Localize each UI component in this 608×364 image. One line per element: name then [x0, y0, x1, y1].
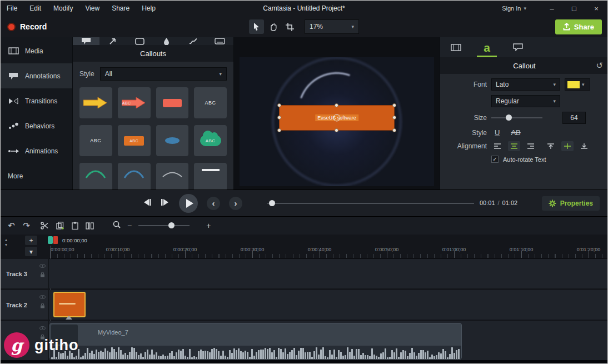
resize-handle[interactable]: [335, 103, 338, 107]
tab-callout-properties[interactable]: [502, 37, 534, 57]
menu-modify[interactable]: Modify: [47, 1, 79, 16]
callout-thumb-orange-arrow[interactable]: ABC: [118, 87, 151, 118]
valign-top-button[interactable]: [545, 141, 557, 151]
selected-callout[interactable]: EaseUS software: [279, 105, 395, 131]
slider-handle[interactable]: [506, 114, 512, 121]
canvas-stage[interactable]: EaseUS software: [240, 57, 434, 186]
tab-keystroke[interactable]: [207, 37, 233, 45]
resize-handle[interactable]: [392, 103, 396, 107]
previous-frame-button[interactable]: [142, 198, 152, 208]
tab-sketch-motion[interactable]: [180, 37, 207, 45]
sidebar-item-more[interactable]: More: [1, 163, 72, 188]
properties-button[interactable]: Properties: [542, 196, 600, 211]
callout-thumb-text-plain[interactable]: ABC: [194, 87, 227, 118]
size-slider[interactable]: [491, 117, 542, 118]
copy-button[interactable]: [52, 219, 67, 232]
undo-button[interactable]: ↶: [4, 219, 19, 232]
callout-thumb-partial-4[interactable]: [194, 163, 227, 190]
jump-back-button[interactable]: ‹: [207, 197, 220, 210]
eye-icon[interactable]: [39, 326, 46, 330]
lock-icon[interactable]: [40, 272, 45, 277]
align-center-button[interactable]: [508, 141, 520, 151]
resize-handle[interactable]: [392, 128, 396, 132]
track-row-1[interactable]: Track 1 MyVideo_7: [1, 321, 607, 361]
collapse-tracks-button[interactable]: ▾: [25, 247, 37, 256]
lock-icon[interactable]: [40, 303, 45, 308]
auto-rotate-checkbox[interactable]: ✓: [491, 156, 499, 163]
tab-arrows[interactable]: [99, 37, 126, 45]
redo-button[interactable]: ↷: [19, 219, 34, 232]
callout-clip[interactable]: [53, 292, 86, 317]
callout-thumb-text-plain-2[interactable]: ABC: [79, 125, 112, 156]
callout-thumb-blue-ellipse[interactable]: [156, 125, 189, 156]
sidebar-item-animations[interactable]: Animations: [1, 138, 72, 163]
align-right-button[interactable]: [525, 141, 537, 151]
underline-button[interactable]: U: [491, 128, 503, 137]
minimize-button[interactable]: –: [541, 1, 563, 16]
share-button[interactable]: Share: [555, 19, 602, 34]
callout-thumb-yellow-arrow[interactable]: [79, 87, 112, 118]
font-select[interactable]: Lato ▾: [491, 78, 560, 91]
tab-callouts[interactable]: [73, 37, 99, 45]
callout-thumb-green-cloud[interactable]: ABC: [194, 125, 227, 156]
sidebar-item-annotations[interactable]: Annotations: [1, 63, 72, 88]
tab-text-properties[interactable]: a: [471, 37, 502, 57]
playback-scrubber[interactable]: [267, 203, 474, 204]
play-button[interactable]: [179, 194, 198, 213]
reset-icon[interactable]: ↺: [596, 61, 603, 71]
record-button[interactable]: Record: [7, 22, 47, 31]
callout-thumb-partial-3[interactable]: [156, 163, 189, 190]
close-button[interactable]: ×: [585, 1, 607, 16]
add-track-button[interactable]: +: [25, 236, 37, 245]
resize-handle[interactable]: [277, 116, 281, 119]
resize-handle[interactable]: [335, 128, 338, 132]
next-frame-button[interactable]: [161, 198, 170, 208]
zoom-out-button[interactable]: −: [127, 221, 132, 230]
align-left-button[interactable]: [491, 141, 504, 151]
paste-button[interactable]: [67, 219, 82, 232]
cut-button[interactable]: [37, 219, 52, 232]
sidebar-item-behaviors[interactable]: Behaviors: [1, 113, 72, 138]
crop-tool-button[interactable]: [282, 19, 297, 34]
canvas-zoom-select[interactable]: 17% ▾: [305, 19, 359, 34]
eye-icon[interactable]: [39, 295, 46, 299]
pan-tool-button[interactable]: [266, 19, 281, 34]
valign-bottom-button[interactable]: [578, 141, 590, 151]
tab-media-properties[interactable]: [440, 37, 471, 57]
callout-thumb-orange-rect[interactable]: ABC: [118, 125, 151, 156]
tab-blur[interactable]: [153, 37, 180, 45]
resize-handle[interactable]: [277, 103, 281, 107]
callout-thumb-partial-2[interactable]: [118, 163, 151, 190]
sidebar-item-media[interactable]: Media: [1, 38, 72, 63]
size-value[interactable]: 64: [562, 112, 586, 124]
menu-view[interactable]: View: [79, 1, 106, 16]
tab-shapes[interactable]: [126, 37, 153, 45]
magnifier-icon[interactable]: [113, 221, 121, 231]
playhead-in-handle[interactable]: [48, 236, 53, 244]
track-row-3[interactable]: Track 3: [1, 259, 607, 288]
sign-in-button[interactable]: Sign In ▾: [502, 5, 526, 12]
eye-icon[interactable]: [39, 264, 46, 268]
track-height-control[interactable]: ▴ ▾: [5, 238, 7, 248]
playhead[interactable]: 0:00:00;00: [48, 236, 87, 244]
timeline-ruler[interactable]: 0:00:00;00 0:00:10;00 0:00:20;00 0:00:30…: [49, 246, 607, 258]
rotation-anchor-icon[interactable]: [333, 114, 341, 122]
font-weight-select[interactable]: Regular ▾: [491, 95, 560, 107]
callout-thumb-red-rect[interactable]: [156, 87, 189, 118]
resize-handle[interactable]: [277, 128, 281, 132]
resize-handle[interactable]: [392, 116, 396, 119]
video-clip[interactable]: MyVideo_7: [49, 323, 462, 360]
menu-edit[interactable]: Edit: [23, 1, 47, 16]
cursor-tool-button[interactable]: [249, 19, 264, 34]
slider-handle[interactable]: [168, 222, 175, 228]
timeline-zoom-slider[interactable]: [138, 225, 190, 226]
jump-forward-button[interactable]: ›: [229, 197, 242, 210]
callout-thumb-partial-1[interactable]: [79, 163, 112, 190]
style-dropdown[interactable]: All ▾: [100, 67, 227, 81]
zoom-in-button[interactable]: +: [206, 221, 211, 230]
menu-help[interactable]: Help: [136, 1, 162, 16]
split-button[interactable]: [82, 219, 97, 232]
menu-file[interactable]: File: [1, 1, 23, 16]
valign-middle-button[interactable]: [561, 141, 574, 151]
playhead-out-handle[interactable]: [53, 236, 58, 244]
